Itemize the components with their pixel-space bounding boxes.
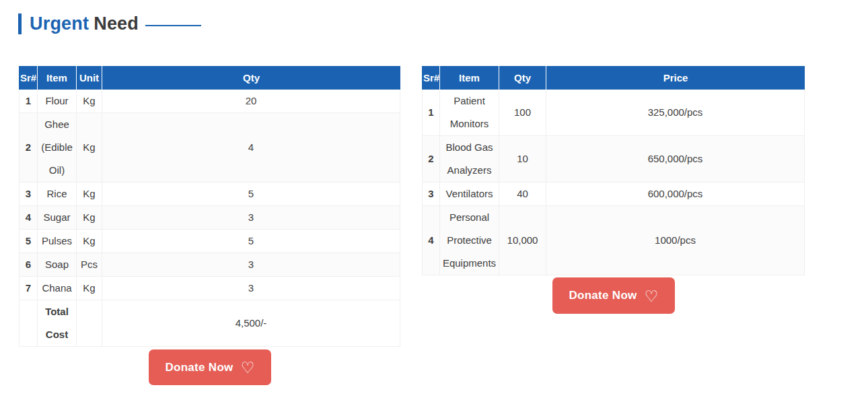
sr-cell: 1 [422, 90, 440, 136]
item-cell: Ventilators [440, 182, 499, 206]
unit-cell: Kg [77, 277, 102, 300]
column-header-sr: Sr# [422, 66, 440, 90]
urgent-need-section: UrgentNeed Sr# Item Unit Qty 1 Flour Kg … [0, 0, 868, 402]
qty-cell: 5 [102, 182, 400, 206]
donate-button-label: Donate Now [569, 289, 637, 302]
table-row: 3 Rice Kg 5 [19, 182, 400, 206]
qty-cell: 40 [499, 182, 546, 206]
medical-table-body: 1 Patient Monitors 100 325,000/pcs 2 Blo… [422, 90, 805, 275]
qty-cell: 10 [499, 136, 546, 182]
table-row: 6 Soap Pcs 3 [19, 253, 400, 277]
sr-cell: 4 [422, 206, 440, 275]
sr-cell: 2 [19, 113, 38, 182]
column-header-qty: Qty [499, 66, 546, 90]
column-header-price: Price [546, 66, 805, 90]
donate-now-button-medical[interactable]: Donate Now ♡ [552, 277, 675, 314]
ration-items-table: Sr# Item Unit Qty 1 Flour Kg 20 2 Ghee (… [19, 66, 400, 347]
ration-table-body: 1 Flour Kg 20 2 Ghee (Edible Oil) Kg 4 3… [19, 90, 400, 300]
table-row: 1 Flour Kg 20 [19, 90, 400, 113]
table-row: 5 Pulses Kg 5 [19, 230, 400, 253]
heart-outline-icon: ♡ [645, 289, 659, 304]
table-row: 4 Personal Protective Equipments 10,000 … [422, 206, 805, 275]
total-unit-cell [77, 300, 102, 347]
qty-cell: 5 [102, 230, 400, 253]
column-header-sr: Sr# [19, 66, 38, 90]
total-value-cell: 4,500/- [102, 300, 400, 347]
price-cell: 325,000/pcs [546, 90, 805, 136]
item-cell: Blood Gas Analyzers [440, 136, 499, 182]
item-cell: Chana [38, 277, 77, 300]
table-row: 2 Ghee (Edible Oil) Kg 4 [19, 113, 400, 182]
title-accent-bar [18, 13, 22, 34]
price-cell: 1000/pcs [546, 206, 805, 275]
column-header-item: Item [38, 66, 77, 90]
medical-equipment-table: Sr# Item Qty Price 1 Patient Monitors 10… [422, 66, 805, 275]
column-header-item: Item [440, 66, 499, 90]
qty-cell: 20 [102, 90, 400, 113]
sr-cell: 3 [422, 182, 440, 206]
sr-cell: 6 [19, 253, 38, 277]
column-header-unit: Unit [77, 66, 102, 90]
item-cell: Pulses [38, 230, 77, 253]
sr-cell: 3 [19, 182, 38, 206]
price-cell: 600,000/pcs [546, 182, 805, 206]
section-title: UrgentNeed [18, 13, 201, 34]
table-row: 3 Ventilators 40 600,000/pcs [422, 182, 805, 206]
unit-cell: Kg [77, 90, 102, 113]
item-cell: Patient Monitors [440, 90, 499, 136]
page-title-highlight: Urgent [30, 13, 89, 34]
unit-cell: Kg [77, 230, 102, 253]
title-underline [145, 25, 201, 26]
table-row: 7 Chana Kg 3 [19, 277, 400, 300]
qty-cell: 100 [499, 90, 546, 136]
qty-cell: 3 [102, 206, 400, 230]
item-cell: Personal Protective Equipments [440, 206, 499, 275]
qty-cell: 3 [102, 277, 400, 300]
sr-cell: 4 [19, 206, 38, 230]
ration-table-header: Sr# Item Unit Qty [19, 66, 400, 90]
page-title-rest: Need [94, 13, 139, 34]
price-cell: 650,000/pcs [546, 136, 805, 182]
total-row: Total Cost 4,500/- [19, 300, 400, 347]
item-cell: Soap [38, 253, 77, 277]
item-cell: Sugar [38, 206, 77, 230]
column-header-qty: Qty [102, 66, 400, 90]
table-row: 2 Blood Gas Analyzers 10 650,000/pcs [422, 136, 805, 182]
sr-cell: 5 [19, 230, 38, 253]
total-label-cell: Total Cost [38, 300, 77, 347]
sr-cell: 7 [19, 277, 38, 300]
item-cell: Ghee (Edible Oil) [38, 113, 77, 182]
page-title: UrgentNeed [30, 13, 139, 34]
item-cell: Flour [38, 90, 77, 113]
item-cell: Rice [38, 182, 77, 206]
qty-cell: 10,000 [499, 206, 546, 275]
table-row: 1 Patient Monitors 100 325,000/pcs [422, 90, 805, 136]
heart-outline-icon: ♡ [241, 360, 255, 376]
donate-now-button-ration[interactable]: Donate Now ♡ [149, 349, 271, 385]
sr-cell: 2 [422, 136, 440, 182]
total-sr-cell [19, 300, 38, 347]
donate-button-label: Donate Now [165, 361, 233, 374]
unit-cell: Kg [77, 113, 102, 182]
sr-cell: 1 [19, 90, 38, 113]
table-row: 4 Sugar Kg 3 [19, 206, 400, 230]
ration-table-footer: Total Cost 4,500/- [19, 300, 400, 347]
medical-table-header: Sr# Item Qty Price [422, 66, 805, 90]
unit-cell: Pcs [77, 253, 102, 277]
qty-cell: 4 [102, 113, 400, 182]
unit-cell: Kg [77, 206, 102, 230]
qty-cell: 3 [102, 253, 400, 277]
unit-cell: Kg [77, 182, 102, 206]
